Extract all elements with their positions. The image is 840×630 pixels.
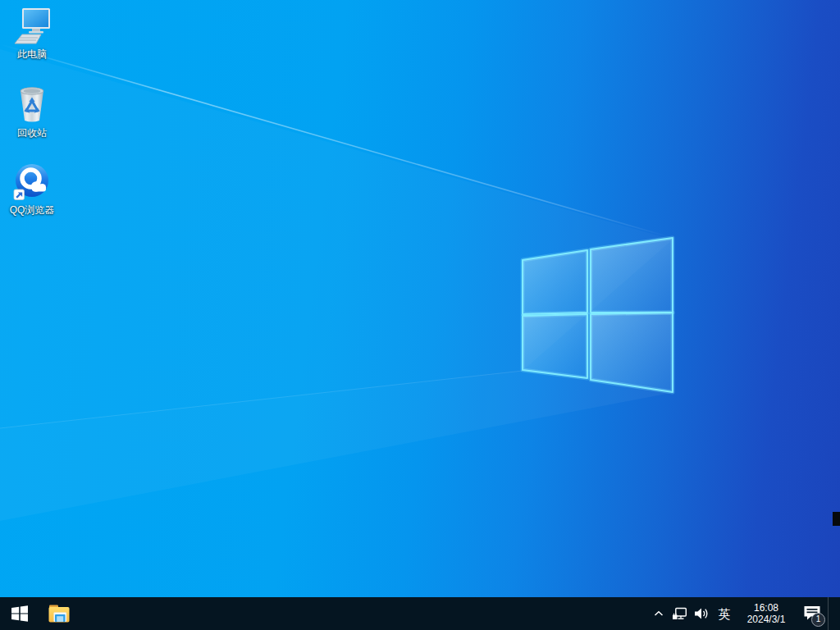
desktop-icon-recycle-bin[interactable]: 回收站 <box>1 84 63 139</box>
windows-logo-glow <box>523 238 673 392</box>
this-pc-icon <box>12 5 52 46</box>
volume-button[interactable] <box>690 597 713 630</box>
desktop-icon-this-pc[interactable]: 此电脑 <box>1 5 63 60</box>
windows-logo-wallpaper <box>0 0 840 597</box>
desktop-icon-label: 回收站 <box>17 127 47 139</box>
qq-browser-icon <box>12 161 52 202</box>
light-beam-lower <box>0 371 675 521</box>
light-ray-line2 <box>0 371 523 428</box>
speaker-icon <box>693 607 710 620</box>
screen-artifact <box>833 512 840 526</box>
file-explorer-button[interactable] <box>39 597 79 630</box>
action-center-button[interactable]: 1 <box>797 597 828 630</box>
windows-flag-icon <box>11 605 28 622</box>
light-ray-line <box>0 44 673 238</box>
taskbar-empty-area <box>79 597 649 630</box>
chevron-up-icon <box>654 610 664 617</box>
qq-cloud <box>32 186 46 192</box>
light-beam-upper <box>0 49 673 428</box>
ime-label: 英 <box>719 608 731 620</box>
monitor-screen <box>24 10 48 27</box>
show-desktop-button[interactable] <box>828 597 840 630</box>
network-ethernet-icon <box>672 607 687 621</box>
network-button[interactable] <box>669 597 690 630</box>
desktop-icon-label: 此电脑 <box>17 48 47 60</box>
system-tray: 英 16:08 2024/3/1 1 <box>649 597 840 630</box>
time-text: 16:08 <box>754 602 778 614</box>
clock[interactable]: 16:08 2024/3/1 <box>739 597 793 630</box>
desktop[interactable]: 此电脑 <box>0 0 840 597</box>
notification-count-badge: 1 <box>811 613 825 627</box>
taskbar: 英 16:08 2024/3/1 1 <box>0 597 840 630</box>
start-button[interactable] <box>0 597 39 630</box>
desktop-icon-label: QQ浏览器 <box>10 204 55 216</box>
desktop-icon-qq-browser[interactable]: QQ浏览器 <box>1 161 63 216</box>
recycle-bin-icon <box>12 84 52 125</box>
bin-body <box>21 91 43 122</box>
date-text: 2024/3/1 <box>747 614 786 625</box>
file-explorer-icon <box>48 605 70 623</box>
tray-chevron-button[interactable] <box>649 597 669 630</box>
ime-indicator[interactable]: 英 <box>713 597 736 630</box>
windows-logo <box>523 238 673 392</box>
